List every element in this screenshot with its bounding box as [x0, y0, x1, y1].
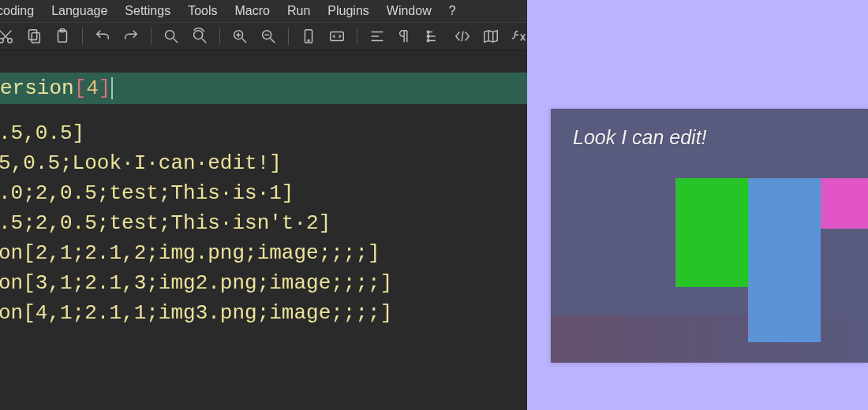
pilcrow-icon[interactable]: [395, 26, 416, 47]
toolbar-separator: [82, 28, 83, 45]
toolbar-separator: [151, 28, 152, 45]
menu-item-help[interactable]: ?: [449, 4, 456, 18]
bracket-close: ]: [99, 76, 111, 100]
copy-icon[interactable]: [24, 26, 44, 47]
code-number: 4: [86, 76, 99, 100]
zoom-in-icon[interactable]: [230, 26, 250, 47]
svg-rect-12: [331, 32, 344, 41]
svg-point-7: [194, 31, 203, 39]
code-block-icon[interactable]: [327, 26, 347, 47]
menu-item-macro[interactable]: Macro: [235, 4, 270, 18]
redo-icon[interactable]: [121, 26, 141, 47]
tree-icon[interactable]: [424, 26, 444, 47]
toolbar-separator: [219, 28, 220, 45]
preview-title: Look I can edit!: [573, 126, 707, 149]
svg-point-6: [166, 31, 174, 39]
preview-block-green[interactable]: [675, 178, 748, 287]
menu-item-run[interactable]: Run: [287, 4, 310, 18]
text-cursor: [111, 77, 113, 99]
menu-item-encoding[interactable]: coding: [0, 4, 34, 18]
menu-item-plugins[interactable]: Plugins: [327, 4, 369, 18]
toolbar-separator: [357, 28, 357, 45]
code-icon[interactable]: [452, 26, 473, 47]
cut-icon[interactable]: [0, 26, 16, 47]
device-icon[interactable]: [298, 26, 319, 47]
toolbar-separator: [288, 28, 289, 45]
menu-item-window[interactable]: Window: [387, 4, 432, 18]
align-icon[interactable]: [367, 26, 387, 47]
search-icon[interactable]: [161, 26, 181, 47]
code-token: ersion: [0, 76, 74, 100]
map-icon[interactable]: [481, 26, 501, 47]
svg-point-11: [308, 40, 309, 42]
menu-item-settings[interactable]: Settings: [125, 4, 170, 18]
zoom-out-icon[interactable]: [258, 26, 279, 47]
preview-panel: Look I can edit!: [527, 0, 868, 410]
preview-canvas[interactable]: Look I can edit!: [551, 109, 868, 363]
svg-rect-3: [32, 32, 39, 43]
menu-item-tools[interactable]: Tools: [188, 4, 217, 18]
preview-block-pink[interactable]: [821, 178, 868, 229]
undo-icon[interactable]: [92, 26, 113, 47]
menu-item-language[interactable]: Language: [51, 4, 107, 18]
bracket-open: [: [74, 76, 87, 100]
svg-rect-2: [29, 30, 37, 40]
preview-block-blue[interactable]: [748, 178, 821, 342]
replace-icon[interactable]: [189, 26, 210, 47]
paste-icon[interactable]: [52, 26, 73, 47]
